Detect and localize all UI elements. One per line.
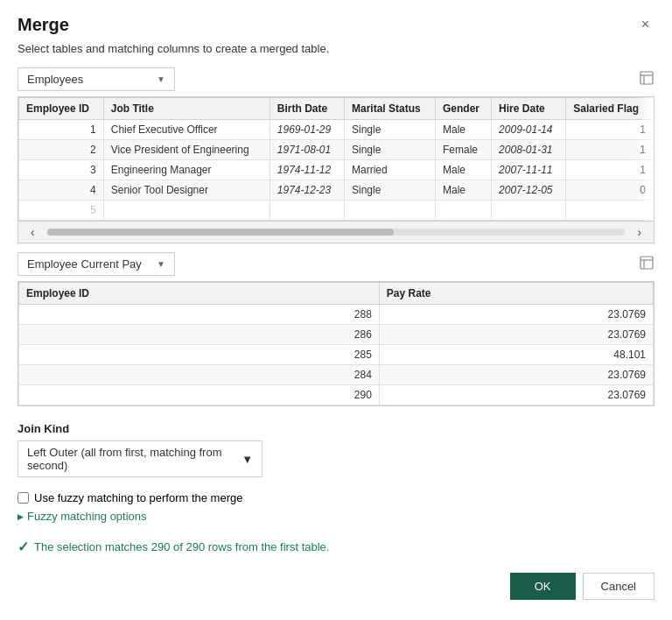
cell-hire-date: 2009-01-14 xyxy=(492,120,566,140)
table-row: 290 23.0769 xyxy=(19,385,654,405)
cell-job-title: Chief Executive Officer xyxy=(103,120,270,140)
dialog-title: Merge xyxy=(18,15,69,35)
cell-id: 284 xyxy=(19,365,380,385)
cell-job-title: Senior Tool Designer xyxy=(103,180,270,201)
col-birth-date: Birth Date xyxy=(270,98,344,120)
table-row: 284 23.0769 xyxy=(19,365,654,385)
cell-birth-date: 1969-01-29 xyxy=(270,120,344,140)
cell-pay-rate: 23.0769 xyxy=(379,325,653,345)
fuzzy-label: Use fuzzy matching to perform the merge xyxy=(34,491,242,504)
cell-job-title: Vice President of Engineering xyxy=(103,140,270,160)
col-gender: Gender xyxy=(435,98,491,120)
table-row: 288 23.0769 xyxy=(19,305,654,325)
table2-wrapper: Employee ID Pay Rate 288 23.0769 286 23.… xyxy=(18,281,654,406)
cell-job-title xyxy=(103,201,270,221)
scroll-track[interactable] xyxy=(47,229,626,236)
table2-icon xyxy=(639,255,654,274)
col-job-title: Job Title xyxy=(103,98,270,120)
col-salaried-flag: Salaried Flag xyxy=(566,98,654,120)
cell-id: 4 xyxy=(19,180,104,201)
scroll-right-button[interactable]: › xyxy=(632,223,647,241)
cell-hire-date xyxy=(492,201,566,221)
table1-container: Employee ID Job Title Birth Date Marital… xyxy=(18,96,654,243)
cell-pay-rate: 48.101 xyxy=(379,345,653,365)
join-dropdown-arrow: ▼ xyxy=(242,453,253,466)
table2-dropdown[interactable]: Employee Current Pay ▼ xyxy=(18,252,175,276)
cell-birth-date: 1974-12-23 xyxy=(270,180,344,201)
cell-pay-rate: 23.0769 xyxy=(379,385,653,405)
cell-birth-date: 1971-08-01 xyxy=(270,140,344,160)
cancel-button[interactable]: Cancel xyxy=(583,573,654,600)
table1: Employee ID Job Title Birth Date Marital… xyxy=(18,97,654,221)
table2-dropdown-arrow: ▼ xyxy=(157,259,165,269)
col-marital-status: Marital Status xyxy=(345,98,436,120)
status-row: ✓ The selection matches 290 of 290 rows … xyxy=(0,530,672,564)
cell-marital: Single xyxy=(345,180,436,201)
table1-header: Employees ▼ xyxy=(18,67,654,91)
table-row: 285 48.101 xyxy=(19,345,654,365)
dialog-footer: OK Cancel xyxy=(0,564,672,614)
merge-dialog: Merge × Select tables and matching colum… xyxy=(0,0,672,620)
join-section: Join Kind Left Outer (all from first, ma… xyxy=(0,415,672,491)
col-hire-date: Hire Date xyxy=(492,98,566,120)
cell-marital: Single xyxy=(345,120,436,140)
dialog-header: Merge × xyxy=(0,0,672,42)
cell-hire-date: 2007-12-05 xyxy=(492,180,566,201)
cell-marital: Single xyxy=(345,140,436,160)
table-row: 1 Chief Executive Officer 1969-01-29 Sin… xyxy=(19,120,654,140)
close-button[interactable]: × xyxy=(636,14,654,35)
fuzzy-options-label: Fuzzy matching options xyxy=(27,510,147,523)
fuzzy-row: Use fuzzy matching to perform the merge xyxy=(0,491,672,510)
cell-id: 5 xyxy=(19,201,104,221)
table-row: 2 Vice President of Engineering 1971-08-… xyxy=(19,140,654,160)
table-row: 3 Engineering Manager 1974-11-12 Married… xyxy=(19,160,654,180)
table1-wrapper: Employee ID Job Title Birth Date Marital… xyxy=(18,96,654,222)
table2-header-row: Employee ID Pay Rate xyxy=(19,283,654,305)
cell-hire-date: 2007-11-11 xyxy=(492,160,566,180)
cell-gender: Male xyxy=(435,120,491,140)
cell-hire-date: 2008-01-31 xyxy=(492,140,566,160)
table1-section: Employees ▼ Employee ID Job Title xyxy=(0,67,672,252)
cell-id: 285 xyxy=(19,345,380,365)
table1-dropdown[interactable]: Employees ▼ xyxy=(18,67,175,91)
join-dropdown[interactable]: Left Outer (all from first, matching fro… xyxy=(18,440,262,477)
cell-id: 288 xyxy=(19,305,380,325)
cell-marital: Married xyxy=(345,160,436,180)
check-icon: ✓ xyxy=(18,539,29,555)
cell-gender: Male xyxy=(435,160,491,180)
cell-pay-rate: 23.0769 xyxy=(379,305,653,325)
cell-pay-rate: 23.0769 xyxy=(379,365,653,385)
cell-id: 290 xyxy=(19,385,380,405)
col-employee-id: Employee ID xyxy=(19,98,104,120)
join-kind-label: Join Kind xyxy=(18,422,654,435)
cell-salaried: 1 xyxy=(566,160,654,180)
cell-id: 2 xyxy=(19,140,104,160)
table1-header-row: Employee ID Job Title Birth Date Marital… xyxy=(19,98,654,120)
expand-icon: ▶ xyxy=(18,512,24,521)
cell-id: 1 xyxy=(19,120,104,140)
cell-gender: Female xyxy=(435,140,491,160)
svg-rect-0 xyxy=(640,72,653,84)
scroll-thumb xyxy=(47,229,394,236)
col2-pay-rate: Pay Rate xyxy=(379,283,653,305)
ok-button[interactable]: OK xyxy=(510,573,576,600)
table1-dropdown-label: Employees xyxy=(27,73,83,86)
table-row: 5 xyxy=(19,201,654,221)
table2-section: Employee Current Pay ▼ Employee ID Pay R… xyxy=(0,252,672,415)
table2-dropdown-label: Employee Current Pay xyxy=(27,257,142,271)
table2-header: Employee Current Pay ▼ xyxy=(18,252,654,276)
join-dropdown-label: Left Outer (all from first, matching fro… xyxy=(27,446,242,472)
fuzzy-checkbox[interactable] xyxy=(18,492,29,504)
table-row: 4 Senior Tool Designer 1974-12-23 Single… xyxy=(19,180,654,201)
col2-employee-id: Employee ID xyxy=(19,283,380,305)
table1-icon xyxy=(639,70,654,89)
cell-salaried: 1 xyxy=(566,140,654,160)
cell-id: 286 xyxy=(19,325,380,345)
cell-salaried: 0 xyxy=(566,180,654,201)
cell-salaried: 1 xyxy=(566,120,654,140)
table1-nav: ‹ › xyxy=(18,222,654,243)
cell-gender: Male xyxy=(435,180,491,201)
fuzzy-options[interactable]: ▶ Fuzzy matching options xyxy=(0,510,672,530)
scroll-left-button[interactable]: ‹ xyxy=(25,223,40,241)
cell-marital xyxy=(345,201,436,221)
